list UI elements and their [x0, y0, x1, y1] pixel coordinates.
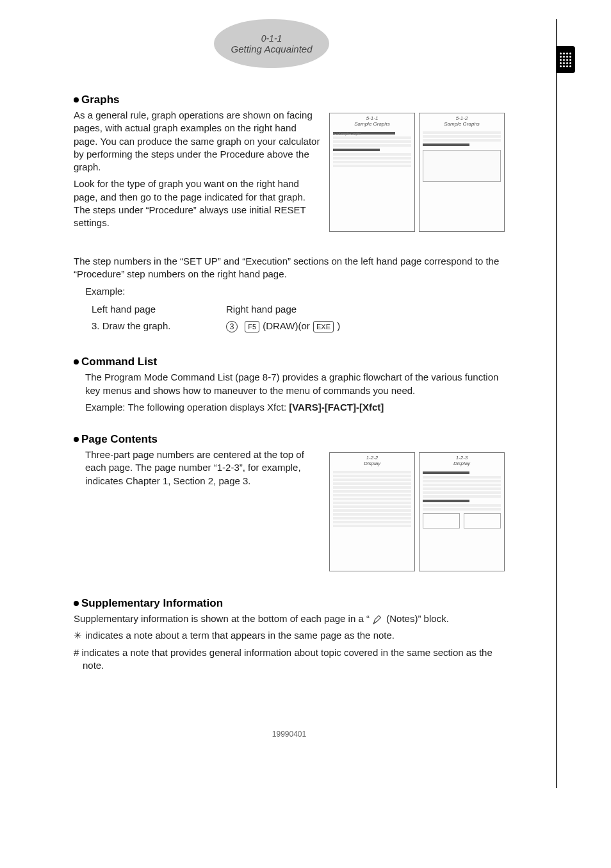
header-page-number: 0-1-1 — [261, 33, 282, 44]
thumb-sample-graphs-right: 5-1-2 Sample Graphs — [419, 113, 505, 232]
thumb-sample-graphs-left: 5-1-1 Sample Graphs 5-1 Sample Graphs — [329, 113, 415, 232]
thumb-title-num: 5-1-2 — [456, 115, 468, 121]
sample-graphs-thumbs: 5-1-1 Sample Graphs 5-1 Sample Graphs 5-… — [329, 113, 505, 232]
example-label: Example: — [85, 285, 505, 298]
section-title: Graphs — [81, 94, 120, 106]
commandlist-p2: Example: The following operation display… — [85, 401, 505, 414]
supp-p1: Supplementary information is shown at th… — [74, 612, 505, 625]
bullet-icon — [74, 97, 79, 102]
thumb-title-num: 1-2-2 — [366, 455, 379, 461]
section-title: Page Contents — [81, 433, 158, 446]
right-text2: ) — [337, 320, 340, 331]
section-heading-command-list: Command List — [74, 356, 505, 368]
side-tab — [556, 46, 575, 73]
thumb-title-num: 5-1-1 — [366, 115, 379, 121]
footer-id: 19990401 — [74, 730, 505, 758]
cl-p2-pre: Example: The following operation display… — [85, 402, 289, 413]
section-title: Supplementary Information — [81, 597, 223, 610]
bullet-icon — [74, 359, 79, 364]
example-left-line: 3. Draw the graph. — [92, 320, 200, 332]
thumb-title: Display — [364, 461, 380, 466]
calculator-dots-icon — [560, 53, 571, 67]
thumb-title: Sample Graphs — [354, 121, 390, 127]
commandlist-p1: The Program Mode Command List (page 8-7)… — [85, 371, 505, 397]
graphs-p3: The step numbers in the “SET UP” and “Ex… — [74, 255, 505, 281]
supp-p1-post: (Notes)” block. — [386, 613, 449, 624]
example-right-line: 3 F5 (DRAW)(or EXE ) — [226, 320, 340, 332]
supp-p2-text: indicates a note about a term that appea… — [85, 630, 395, 641]
section-heading-graphs: Graphs — [74, 94, 505, 106]
thumb-subhead: 5-1 Sample Graphs — [333, 132, 395, 135]
section-title: Command List — [81, 356, 157, 368]
pagecontents-p1: Three-part page numbers are centered at … — [85, 448, 335, 487]
bullet-icon — [74, 437, 79, 442]
f5-key: F5 — [245, 321, 259, 332]
notes-pencil-icon — [372, 614, 384, 625]
header-title: Getting Acquainted — [231, 44, 312, 54]
section-heading-page-contents: Page Contents — [74, 433, 505, 446]
thumb-title: Sample Graphs — [444, 121, 480, 127]
thumb-display-right: 1-2-3 Display — [419, 452, 505, 571]
step-number-icon: 3 — [226, 321, 238, 332]
right-text1: (DRAW)(or — [263, 320, 310, 331]
example-left-label: Left hand page — [92, 303, 200, 316]
thumb-title-num: 1-2-3 — [456, 455, 468, 461]
page-header: 0-1-1 Getting Acquainted — [214, 19, 329, 68]
supp-p1-pre: Supplementary information is shown at th… — [74, 613, 372, 624]
exe-key: EXE — [313, 321, 334, 332]
supp-p3: # indicates a note that provides general… — [74, 646, 505, 673]
thumb-display-left: 1-2-2 Display — [329, 452, 415, 571]
example-columns: Left hand page 3. Draw the graph. Right … — [92, 302, 505, 337]
section-heading-supplementary: Supplementary Information — [74, 597, 505, 610]
bullet-icon — [74, 601, 79, 606]
display-thumbs: 1-2-2 Display 1-2-3 Display — [329, 452, 505, 571]
thumb-title: Display — [453, 461, 470, 466]
six-point-star-icon: ✳ — [74, 629, 83, 642]
cl-p2-bold: [VARS]-[FACT]-[Xfct] — [289, 402, 384, 413]
example-right-label: Right hand page — [226, 303, 340, 316]
supp-p2: ✳ indicates a note about a term that app… — [74, 629, 505, 642]
